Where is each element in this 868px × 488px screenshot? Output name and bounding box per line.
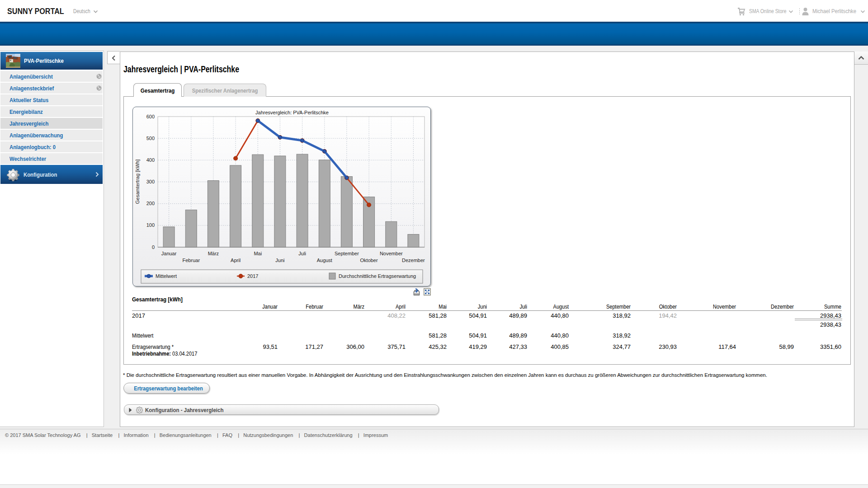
- svg-text:300: 300: [146, 179, 155, 184]
- svg-text:April: April: [231, 258, 241, 263]
- svg-text:Gesamtertrag [kWh]: Gesamtertrag [kWh]: [135, 160, 140, 204]
- svg-text:Mittelwert: Mittelwert: [156, 273, 177, 279]
- svg-text:Oktober: Oktober: [360, 258, 378, 263]
- svg-text:Januar: Januar: [161, 251, 177, 256]
- svg-text:Durchschnittliche Ertragserwar: Durchschnittliche Ertragserwartung: [339, 273, 416, 279]
- svg-text:Juli: Juli: [298, 251, 306, 256]
- svg-text:Februar: Februar: [183, 258, 200, 263]
- svg-text:2017: 2017: [247, 273, 258, 279]
- svg-text:September: September: [335, 251, 359, 256]
- svg-text:0: 0: [152, 244, 155, 250]
- svg-text:Mai: Mai: [254, 251, 262, 256]
- svg-text:100: 100: [146, 222, 155, 228]
- svg-text:Jahresvergleich: PVA-Perlitsch: Jahresvergleich: PVA-Perlitschke: [255, 110, 329, 115]
- svg-text:Dezember: Dezember: [402, 258, 425, 263]
- svg-text:500: 500: [146, 136, 155, 141]
- svg-text:März: März: [208, 251, 219, 256]
- svg-text:200: 200: [146, 201, 155, 206]
- svg-text:August: August: [317, 258, 332, 263]
- svg-text:600: 600: [146, 114, 155, 119]
- svg-text:November: November: [380, 251, 403, 256]
- svg-text:Juni: Juni: [275, 258, 284, 263]
- svg-text:400: 400: [146, 157, 155, 163]
